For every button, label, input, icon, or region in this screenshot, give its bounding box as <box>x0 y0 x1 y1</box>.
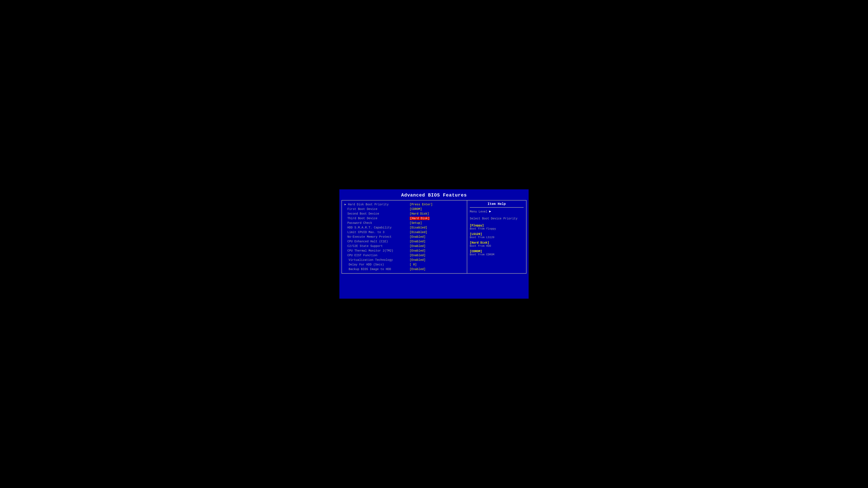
menu-item-value-delay-hdd: [ 0] <box>410 263 417 266</box>
menu-item-backup-bios[interactable]: Backup BIOS Image to HDD [Enabled] <box>344 267 464 271</box>
menu-item-label-no-execute: No-Execute Memory Protect <box>344 235 410 238</box>
menu-item-label-hdd-smart: HDD S.M.A.R.T. Capability <box>344 226 410 229</box>
menu-item-label-cpu-thermal: CPU Thermal Monitor 2(TM2) <box>344 249 410 252</box>
menu-item-label-backup-bios: Backup BIOS Image to HDD <box>344 267 410 271</box>
help-option-ls120: [LS120] Boot from LS120 <box>470 232 524 239</box>
menu-item-hard-disk-boot-priority[interactable]: ► Hard Disk Boot Priority [Press Enter] <box>344 202 464 207</box>
menu-item-label-cpu-eist: CPU EIST Function <box>344 254 410 257</box>
menu-item-second-boot-device[interactable]: Second Boot Device [Hard Disk] <box>344 212 464 216</box>
menu-item-value-virtualization: [Enabled] <box>410 258 426 262</box>
menu-item-value-hdd-smart: [Disabled] <box>410 226 427 229</box>
help-option-desc-hard_disk: Boot from HDD <box>470 245 524 248</box>
menu-item-label-limit-cpuid: Limit CPUID Max. to 3 <box>344 231 410 234</box>
menu-item-label-first-boot-device: First Boot Device <box>344 207 410 211</box>
menu-item-label-password-check: Password Check <box>344 221 410 225</box>
menu-item-value-backup-bios: [Enabled] <box>410 267 426 271</box>
menu-item-label-virtualization: Virtualization Technology <box>344 258 410 262</box>
menu-item-label-hard-disk-boot-priority: ► Hard Disk Boot Priority <box>344 203 410 206</box>
menu-item-virtualization[interactable]: Virtualization Technology [Enabled] <box>344 258 464 262</box>
menu-item-hdd-smart[interactable]: HDD S.M.A.R.T. Capability [Disabled] <box>344 225 464 230</box>
menu-item-first-boot-device[interactable]: First Boot Device [CDROM] <box>344 207 464 212</box>
menu-item-c2-c2e-state[interactable]: C2/C2E State Support [Enabled] <box>344 244 464 249</box>
right-panel: Item Help Menu Level ► Select Boot Devic… <box>467 200 526 273</box>
help-option-title-cdrom: [CDROM] <box>470 250 524 253</box>
help-description: Select Boot Device Priority <box>470 217 524 221</box>
menu-item-label-delay-hdd: Delay For HDD (Secs) <box>344 263 410 266</box>
menu-item-value-no-execute: [Enabled] <box>410 235 426 238</box>
help-option-desc-floppy: Boot from floppy <box>470 227 524 230</box>
page-title: Advanced BIOS Features <box>341 191 527 200</box>
menu-item-no-execute[interactable]: No-Execute Memory Protect [Enabled] <box>344 234 464 239</box>
help-option-desc-cdrom: Boot from CDROM <box>470 253 524 256</box>
menu-item-third-boot-device[interactable]: Third Boot Device [Hard Disk] <box>344 216 464 221</box>
left-panel: ► Hard Disk Boot Priority [Press Enter] … <box>342 200 467 273</box>
menu-item-password-check[interactable]: Password Check [Setup] <box>344 221 464 225</box>
item-help-title: Item Help <box>470 202 524 208</box>
menu-item-value-cpu-enhanced-halt: [Enabled] <box>410 240 426 243</box>
menu-item-value-c2-c2e-state: [Enabled] <box>410 245 426 248</box>
help-option-title-floppy: [Floppy] <box>470 224 524 227</box>
menu-item-value-cpu-eist: [Enabled] <box>410 254 426 257</box>
menu-item-value-hard-disk-boot-priority: [Press Enter] <box>410 203 433 206</box>
help-option-title-hard_disk: [Hard Disk] <box>470 241 524 245</box>
menu-item-cpu-thermal[interactable]: CPU Thermal Monitor 2(TM2) [Enabled] <box>344 249 464 253</box>
menu-level-arrow: ► <box>489 210 491 214</box>
menu-item-label-cpu-enhanced-halt: CPU Enhanced Halt (C1E) <box>344 240 410 243</box>
menu-item-delay-hdd[interactable]: Delay For HDD (Secs) [ 0] <box>344 262 464 267</box>
main-content: ► Hard Disk Boot Priority [Press Enter] … <box>341 200 527 273</box>
menu-item-value-limit-cpuid: [Disabled] <box>410 231 427 234</box>
menu-item-cpu-enhanced-halt[interactable]: CPU Enhanced Halt (C1E) [Enabled] <box>344 239 464 244</box>
menu-item-value-password-check: [Setup] <box>410 221 422 225</box>
bios-screen: Advanced BIOS Features ► Hard Disk Boot … <box>339 189 529 299</box>
menu-item-value-second-boot-device: [Hard Disk] <box>410 212 429 216</box>
help-option-title-ls120: [LS120] <box>470 232 524 236</box>
help-option-hard_disk: [Hard Disk] Boot from HDD <box>470 241 524 248</box>
menu-level-row: Menu Level ► <box>470 210 524 214</box>
help-option-cdrom: [CDROM] Boot from CDROM <box>470 250 524 256</box>
menu-item-label-c2-c2e-state: C2/C2E State Support <box>344 245 410 248</box>
menu-item-label-second-boot-device: Second Boot Device <box>344 212 410 216</box>
menu-item-label-third-boot-device: Third Boot Device <box>344 217 410 220</box>
menu-item-value-third-boot-device: [Hard Disk] <box>410 217 430 220</box>
help-options: [Floppy] Boot from floppy [LS120] Boot f… <box>470 224 524 258</box>
menu-item-value-cpu-thermal: [Enabled] <box>410 249 426 252</box>
menu-item-cpu-eist[interactable]: CPU EIST Function [Enabled] <box>344 253 464 258</box>
help-option-desc-ls120: Boot from LS120 <box>470 236 524 239</box>
menu-item-value-first-boot-device: [CDROM] <box>410 207 422 211</box>
menu-level-label: Menu Level <box>470 210 488 213</box>
help-option-floppy: [Floppy] Boot from floppy <box>470 224 524 230</box>
menu-item-limit-cpuid[interactable]: Limit CPUID Max. to 3 [Disabled] <box>344 230 464 234</box>
